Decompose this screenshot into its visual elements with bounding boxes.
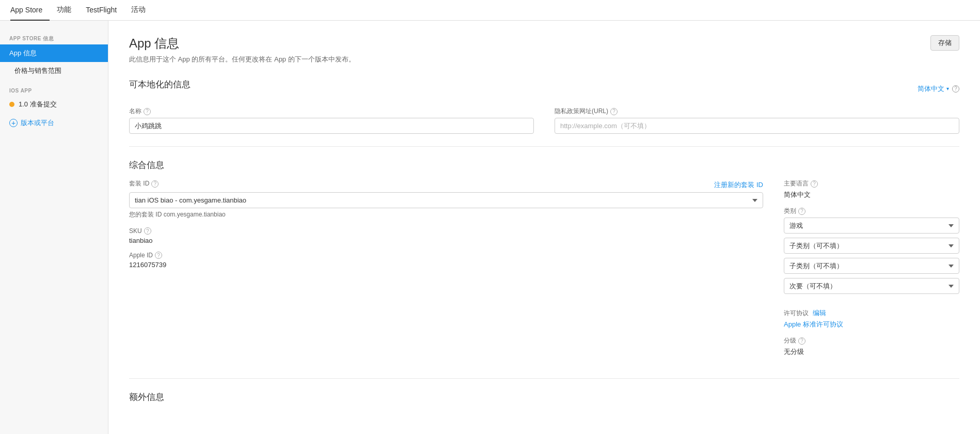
privacy-url-input[interactable] [555,118,959,134]
sku-label: SKU ? [129,227,763,235]
primary-lang-group: 主要语言 ? 简体中文 [784,179,959,199]
name-label: 名称 ? [129,107,534,116]
nav-item-appstore[interactable]: App Store [10,0,50,21]
privacy-help-icon[interactable]: ? [610,108,618,115]
sidebar-item-ios-version[interactable]: 1.0 准备提交 [0,96,108,113]
general-left-col: 套装 ID ? 注册新的套装 ID tian iOS biao - com.ye… [129,179,763,364]
bundle-id-help-icon[interactable]: ? [151,180,159,188]
general-right-col: 主要语言 ? 简体中文 类别 ? 游戏 [784,179,959,364]
language-selector[interactable]: 简体中文 ▾ ? [918,84,959,94]
sku-help-icon[interactable]: ? [144,227,151,235]
chevron-down-icon: ▾ [946,86,949,91]
sub-category-1-select[interactable]: 子类别（可不填） [784,238,959,254]
license-label-row: 许可协议 编辑 [784,308,959,318]
sidebar-section-ios: IOS APP [0,80,108,96]
localizable-section-title: 可本地化的信息 [129,79,191,90]
section-divider [129,146,959,147]
rating-help-icon[interactable]: ? [798,337,805,345]
name-field-group: 名称 ? [129,107,534,134]
save-button[interactable]: 存储 [930,35,959,51]
localizable-section-header: 可本地化的信息 简体中文 ▾ ? [129,79,959,99]
bundle-id-text: 您的套装 ID com.yesgame.tianbiao [129,210,763,219]
bundle-id-select[interactable]: tian iOS biao - com.yesgame.tianbiao [129,192,763,208]
license-group: 许可协议 编辑 Apple 标准许可协议 [784,308,959,329]
primary-lang-label: 主要语言 ? [784,179,959,188]
general-section: 综合信息 套装 ID ? 注册新的套装 ID [129,159,959,364]
nav-item-features[interactable]: 功能 [50,0,78,21]
rating-label: 分级 ? [784,336,959,345]
main-content: 存储 App 信息 此信息用于这个 App 的所有平台。任何更改将在 App 的… [108,21,980,434]
sidebar-item-app-info[interactable]: App 信息 [0,44,108,62]
general-two-col: 套装 ID ? 注册新的套装 ID tian iOS biao - com.ye… [129,179,959,364]
sidebar-section-appstore: APP STORE 信息 [0,31,108,44]
name-help-icon[interactable]: ? [144,108,151,115]
license-label: 许可协议 [784,309,809,318]
page-subtitle: 此信息用于这个 App 的所有平台。任何更改将在 App 的下一个版本中发布。 [129,55,959,64]
license-edit-link[interactable]: 编辑 [813,308,826,318]
status-dot-yellow [9,102,14,107]
bundle-id-label: 套装 ID ? [129,179,159,188]
bundle-id-header-row: 套装 ID ? 注册新的套装 ID [129,179,763,190]
apple-id-help-icon[interactable]: ? [155,252,162,259]
page-layout: APP STORE 信息 App 信息 价格与销售范围 IOS APP 1.0 … [0,21,980,434]
apple-id-value: 1216075739 [129,261,763,269]
extra-section-title: 额外信息 [129,391,959,403]
sku-group: SKU ? tianbiao [129,227,763,244]
privacy-field-group: 隐私政策网址(URL) ? [555,107,959,134]
localizable-form-row: 名称 ? 隐私政策网址(URL) ? [129,107,959,134]
page-title: App 信息 [129,35,959,52]
category-select[interactable]: 游戏 [784,218,959,234]
category-label: 类别 ? [784,207,959,215]
extra-section: 额外信息 [129,391,959,403]
register-bundle-link[interactable]: 注册新的套装 ID [714,180,763,190]
sidebar-add-version[interactable]: + 版本或平台 [0,113,108,133]
add-version-label: 版本或平台 [21,118,54,128]
nav-item-testflight[interactable]: TestFlight [78,0,124,21]
nav-item-activity[interactable]: 活动 [124,0,153,21]
rating-value: 无分级 [784,347,959,357]
name-input[interactable] [129,118,534,134]
privacy-label: 隐私政策网址(URL) ? [555,107,959,116]
top-navigation: App Store 功能 TestFlight 活动 [0,0,980,21]
apple-id-group: Apple ID ? 1216075739 [129,252,763,269]
apple-id-label: Apple ID ? [129,252,763,259]
sku-value: tianbiao [129,237,763,244]
plus-icon: + [9,119,18,127]
category-help-icon[interactable]: ? [798,208,805,215]
primary-lang-help-icon[interactable]: ? [811,180,818,188]
help-icon[interactable]: ? [952,85,959,92]
sidebar: APP STORE 信息 App 信息 价格与销售范围 IOS APP 1.0 … [0,21,108,434]
rating-group: 分级 ? 无分级 [784,336,959,357]
sidebar-item-pricing[interactable]: 价格与销售范围 [0,62,108,80]
category-group: 类别 ? 游戏 子类别（可不填） 子类别（可不填） [784,207,959,301]
primary-lang-value: 简体中文 [784,190,959,199]
extra-section-divider [129,378,959,379]
bundle-id-group: 套装 ID ? 注册新的套装 ID tian iOS biao - com.ye… [129,179,763,219]
ios-version-label: 1.0 准备提交 [19,100,57,109]
license-agreement-link[interactable]: Apple 标准许可协议 [784,320,959,329]
sub-category-2-select[interactable]: 子类别（可不填） [784,258,959,274]
secondary-category-select[interactable]: 次要（可不填） [784,278,959,294]
general-section-title: 综合信息 [129,159,959,171]
lang-label: 简体中文 [918,84,944,94]
